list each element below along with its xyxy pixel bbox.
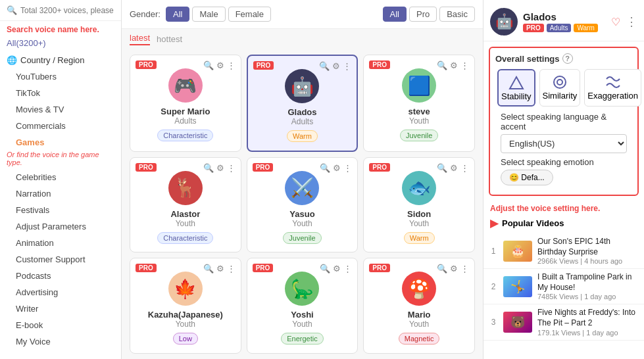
settings-icon[interactable]: ⚙: [450, 264, 458, 274]
game-hint-text: Or find the voice in the game type.: [0, 151, 121, 169]
video-info-1: Our Son's EPIC 14th Birthday Surprise 29…: [537, 237, 639, 265]
tab-hottest[interactable]: hottest: [157, 34, 182, 44]
sidebar-item-games[interactable]: Games: [0, 134, 121, 151]
settings-icon[interactable]: ⚙: [450, 163, 458, 173]
search-icon[interactable]: 🔍: [320, 264, 330, 274]
search-input[interactable]: [20, 6, 114, 15]
sidebar-item-festivals[interactable]: Festivals: [0, 202, 121, 218]
search-icon[interactable]: 🔍: [203, 163, 214, 173]
voice-card-steve[interactable]: PRO 🔍 ⚙ ⋮ 🟦 steve Youth Juvenile: [363, 55, 475, 152]
sidebar-item-movies-tv[interactable]: Movies & TV: [0, 101, 121, 118]
search-icon[interactable]: 🔍: [320, 163, 330, 173]
search-icon[interactable]: 🔍: [203, 60, 214, 70]
more-icon[interactable]: ⋮: [460, 60, 469, 70]
more-icon[interactable]: ⋮: [343, 264, 352, 274]
emotion-button[interactable]: 😊 Defa...: [501, 170, 553, 185]
voice-card-kazuha[interactable]: PRO 🔍 ⚙ ⋮ 🍁 Kazuha(Japanese) Youth Low: [130, 258, 241, 354]
sidebar: 🔍 Search voice name here. All(3200+) 🌐 C…: [0, 0, 122, 359]
voice-card-yasuo[interactable]: PRO 🔍 ⚙ ⋮ ⚔️ Yasuo Youth Juvenile: [247, 157, 359, 253]
search-icon[interactable]: 🔍: [437, 264, 447, 274]
more-icon[interactable]: ⋮: [343, 163, 352, 173]
settings-icon[interactable]: ⚙: [332, 61, 340, 71]
voice-card-yoshi[interactable]: PRO 🔍 ⚙ ⋮ 🦕 Yoshi Youth Energetic: [247, 258, 359, 354]
voice-name: Sidon: [407, 209, 431, 219]
sidebar-item-my-voice[interactable]: My Voice: [0, 333, 121, 350]
more-icon[interactable]: ⋮: [227, 163, 235, 173]
voice-tag: Magnetic: [399, 333, 440, 345]
more-icon[interactable]: ⋮: [460, 163, 469, 173]
sidebar-item-adjust-parameters[interactable]: Adjust Parameters: [0, 218, 121, 235]
sidebar-item-youtubers[interactable]: YouTubers: [0, 68, 121, 85]
video-item-1[interactable]: 1 🎂 Our Son's EPIC 14th Birthday Surpris…: [483, 233, 644, 269]
lang-accent-select[interactable]: English(US): [501, 134, 627, 153]
stability-button[interactable]: Stability: [497, 69, 535, 107]
voice-card-sidon[interactable]: PRO 🔍 ⚙ ⋮ 🐟 Sidon Youth Warm: [363, 157, 475, 253]
settings-icons-row: Stability Similarity Exaggeration: [495, 69, 632, 107]
more-icon[interactable]: ⋮: [460, 264, 469, 274]
sidebar-item-e-book[interactable]: E-book: [0, 317, 121, 333]
youtube-icon: ▶: [490, 217, 498, 229]
sidebar-item-celebrities[interactable]: Celebrities: [0, 169, 121, 185]
sidebar-item-customer-support[interactable]: Customer Support: [0, 251, 121, 268]
sidebar-item-animation[interactable]: Animation: [0, 235, 121, 251]
voice-tag: Low: [173, 333, 198, 345]
sidebar-item-narration[interactable]: Narration: [0, 185, 121, 202]
globe-icon: 🌐: [7, 55, 17, 65]
more-icon[interactable]: ⋮: [227, 264, 235, 274]
settings-icon[interactable]: ⚙: [333, 264, 341, 274]
card-actions: 🔍 ⚙ ⋮: [203, 60, 235, 70]
settings-icon[interactable]: ⚙: [333, 163, 341, 173]
more-icon[interactable]: ⋮: [343, 61, 351, 71]
sidebar-item-commercials[interactable]: Commercials: [0, 118, 121, 134]
tier-btn-pro[interactable]: Pro: [409, 7, 437, 22]
settings-icon[interactable]: ⚙: [216, 264, 224, 274]
voice-card-super-mario[interactable]: PRO 🔍 ⚙ ⋮ 🎮 Super Mario Adults Character…: [130, 55, 241, 152]
voice-card-alastor[interactable]: PRO 🔍 ⚙ ⋮ 🦌 Alastor Youth Characteristic: [130, 157, 241, 253]
more-options-icon[interactable]: ⋮: [626, 14, 637, 29]
similarity-button[interactable]: Similarity: [539, 69, 581, 107]
settings-icon[interactable]: ⚙: [216, 163, 224, 173]
sidebar-item-podcasts[interactable]: Podcasts: [0, 268, 121, 284]
tab-latest[interactable]: latest: [130, 33, 150, 45]
overall-settings: Overall settings ? Stability Similarity: [489, 47, 639, 196]
tier-filter: All Pro Basic: [383, 7, 475, 22]
voice-avatar: 🤖: [285, 69, 319, 103]
voice-grid: PRO 🔍 ⚙ ⋮ 🎮 Super Mario Adults Character…: [122, 49, 483, 359]
main-content: Gender: All Male Female All Pro Basic la…: [122, 0, 483, 359]
tier-btn-all[interactable]: All: [383, 7, 407, 22]
exaggeration-button[interactable]: Exaggeration: [584, 69, 641, 107]
video-item-2[interactable]: 2 🤸 I Built a Trampoline Park in My Hous…: [483, 269, 644, 304]
settings-icon[interactable]: ⚙: [450, 60, 458, 70]
video-title-1: Our Son's EPIC 14th Birthday Surprise: [537, 237, 639, 257]
more-icon[interactable]: ⋮: [227, 60, 235, 70]
sidebar-item-writer[interactable]: Writer: [0, 300, 121, 317]
gender-btn-all[interactable]: All: [166, 7, 189, 22]
heart-icon[interactable]: ♡: [611, 16, 620, 28]
sidebar-item-tiktok[interactable]: TikTok: [0, 85, 121, 101]
overall-settings-label: Overall settings: [495, 54, 560, 64]
gender-label: Gender:: [130, 9, 161, 19]
search-icon[interactable]: 🔍: [319, 61, 330, 71]
search-icon[interactable]: 🔍: [437, 60, 447, 70]
gender-btn-male[interactable]: Male: [192, 7, 225, 22]
settings-icon[interactable]: ⚙: [216, 60, 224, 70]
sidebar-item-country-region[interactable]: 🌐 Country / Region: [0, 52, 121, 68]
search-icon[interactable]: 🔍: [437, 163, 447, 173]
gender-btn-female[interactable]: Female: [228, 7, 271, 22]
all-voices-link[interactable]: All(3200+): [0, 36, 121, 52]
voice-card-glados[interactable]: PRO 🔍 ⚙ ⋮ 🤖 Glados Adults Warm: [247, 55, 359, 152]
selected-voice-avatar: 🤖: [490, 8, 518, 36]
voice-category: Adults: [174, 116, 196, 126]
search-icon[interactable]: 🔍: [203, 264, 214, 274]
voice-avatar: 🐟: [402, 171, 436, 205]
video-item-3[interactable]: 3 🐻 Five Nights at Freddy's: Into The Pi…: [483, 304, 644, 340]
voice-card-mario[interactable]: PRO 🔍 ⚙ ⋮ 🍄 Mario Youth Magnetic: [363, 258, 475, 354]
sidebar-item-advertising[interactable]: Advertising: [0, 284, 121, 300]
overall-settings-title: Overall settings ?: [495, 53, 632, 64]
voice-tag: Warm: [287, 130, 318, 142]
tier-btn-basic[interactable]: Basic: [439, 7, 475, 22]
help-icon[interactable]: ?: [562, 53, 573, 64]
search-bar[interactable]: 🔍: [0, 0, 121, 21]
voice-avatar: ⚔️: [285, 171, 319, 205]
video-info-2: I Built a Trampoline Park in My House! 7…: [537, 272, 639, 300]
